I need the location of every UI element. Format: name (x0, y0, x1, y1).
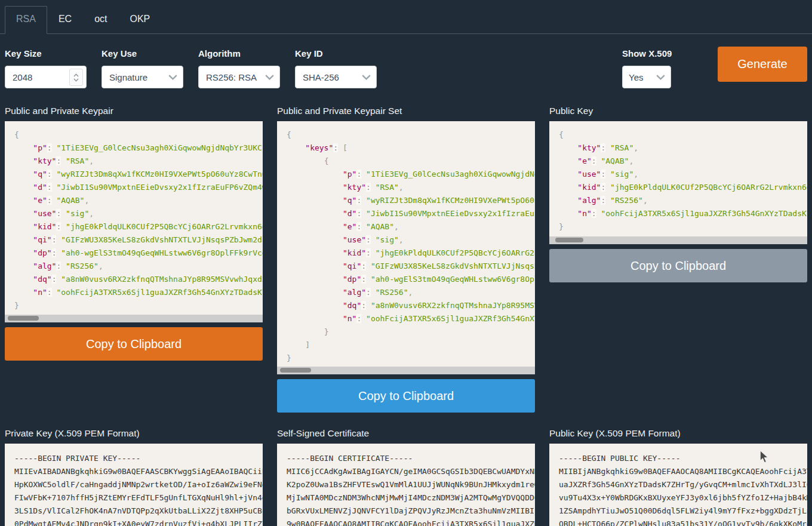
scrollbar-thumb[interactable] (280, 368, 311, 373)
key-use-group: Key Use Signature (102, 49, 183, 88)
panel-keypair-set-title: Public and Private Keypair Set (277, 106, 535, 116)
keypair-set-code-block: { "keys": [ { "p": "1TiE3EVg_G0lCecNsu3a… (277, 121, 535, 374)
private-key-pem-title: Private Key (X.509 PEM Format) (5, 428, 263, 439)
key-id-select[interactable]: SHA-256 (295, 66, 377, 88)
keypair-set-json: { "keys": [ { "p": "1TiE3EVg_G0lCecNsu3a… (277, 121, 535, 372)
scrollbar-thumb[interactable] (8, 316, 39, 321)
tab-rsa[interactable]: RSA (5, 6, 47, 34)
keypair-json: { "p": "1TiE3EVg_G0lCecNsu3agh0XiGqwowNg… (5, 121, 263, 319)
show-x509-label: Show X.509 (622, 49, 671, 58)
panel-public-key-pem: Public Key (X.509 PEM Format) -----BEGIN… (549, 428, 807, 526)
private-key-pem-block: -----BEGIN PRIVATE KEY----- MIIEvAIBADAN… (5, 444, 263, 526)
mouse-cursor-icon (759, 450, 769, 463)
self-signed-cert-block: -----BEGIN CERTIFICATE----- MIIC6jCCAdKg… (277, 444, 535, 526)
horizontal-scrollbar (277, 367, 535, 374)
private-key-pem-text: -----BEGIN PRIVATE KEY----- MIIEvAIBADAN… (5, 444, 263, 526)
copy-keypair-set-button[interactable]: Copy to Clipboard (277, 379, 535, 413)
key-id-value: SHA-256 (303, 72, 339, 82)
tab-oct[interactable]: oct (83, 6, 118, 34)
public-key-pem-title: Public Key (X.509 PEM Format) (549, 428, 807, 439)
tab-ec[interactable]: EC (47, 6, 83, 34)
key-size-value: 2048 (13, 72, 32, 82)
copy-keypair-button[interactable]: Copy to Clipboard (5, 327, 263, 361)
key-type-tabs: RSA EC oct OKP (0, 6, 812, 34)
chevron-down-icon (168, 75, 177, 80)
keypair-code-block: { "p": "1TiE3EVg_G0lCecNsu3agh0XiGqwowNg… (5, 121, 263, 322)
number-stepper[interactable] (69, 69, 83, 86)
key-size-group: Key Size 2048 (5, 49, 87, 88)
algorithm-value: RS256: RSA (206, 72, 257, 82)
key-use-value: Signature (109, 72, 147, 82)
generate-button[interactable]: Generate (718, 47, 807, 82)
show-x509-group: Show X.509 Yes (622, 49, 671, 88)
key-size-label: Key Size (5, 49, 87, 58)
scrollbar-thumb[interactable] (555, 238, 583, 242)
panel-public-key-title: Public Key (549, 106, 807, 116)
panel-self-signed-cert: Self-Signed Certificate -----BEGIN CERTI… (277, 428, 535, 526)
key-id-group: Key ID SHA-256 (295, 49, 377, 88)
tab-okp[interactable]: OKP (118, 6, 161, 34)
key-size-input[interactable]: 2048 (5, 66, 87, 88)
chevron-down-icon (362, 75, 371, 80)
results-grid: Public and Private Keypair { "p": "1TiE3… (5, 106, 807, 526)
public-key-code-block: { "kty": "RSA", "e": "AQAB", "use": "sig… (549, 121, 807, 244)
key-id-label: Key ID (295, 49, 377, 58)
panel-private-key-pem: Private Key (X.509 PEM Format) -----BEGI… (5, 428, 263, 526)
copy-public-key-button[interactable]: Copy to Clipboard (549, 249, 807, 282)
horizontal-scrollbar (549, 236, 807, 244)
stepper-down-icon (73, 78, 79, 82)
panel-public-key: Public Key { "kty": "RSA", "e": "AQAB", … (549, 106, 807, 282)
key-use-select[interactable]: Signature (102, 66, 183, 88)
stepper-up-icon (73, 73, 79, 77)
chevron-down-icon (656, 75, 665, 80)
show-x509-value: Yes (629, 72, 643, 82)
self-signed-cert-text: -----BEGIN CERTIFICATE----- MIIC6jCCAdKg… (277, 444, 535, 526)
algorithm-select[interactable]: RS256: RSA (198, 66, 280, 88)
chevron-down-icon (265, 75, 274, 80)
panel-keypair: Public and Private Keypair { "p": "1TiE3… (5, 106, 263, 361)
show-x509-select[interactable]: Yes (622, 66, 671, 88)
key-use-label: Key Use (102, 49, 183, 58)
panel-keypair-set: Public and Private Keypair Set { "keys":… (277, 106, 535, 413)
public-key-json: { "kty": "RSA", "e": "AQAB", "use": "sig… (549, 121, 807, 241)
horizontal-scrollbar (5, 315, 263, 322)
algorithm-label: Algorithm (198, 49, 280, 58)
panel-keypair-title: Public and Private Keypair (5, 106, 263, 116)
self-signed-cert-title: Self-Signed Certificate (277, 428, 535, 439)
algorithm-group: Algorithm RS256: RSA (198, 49, 280, 88)
